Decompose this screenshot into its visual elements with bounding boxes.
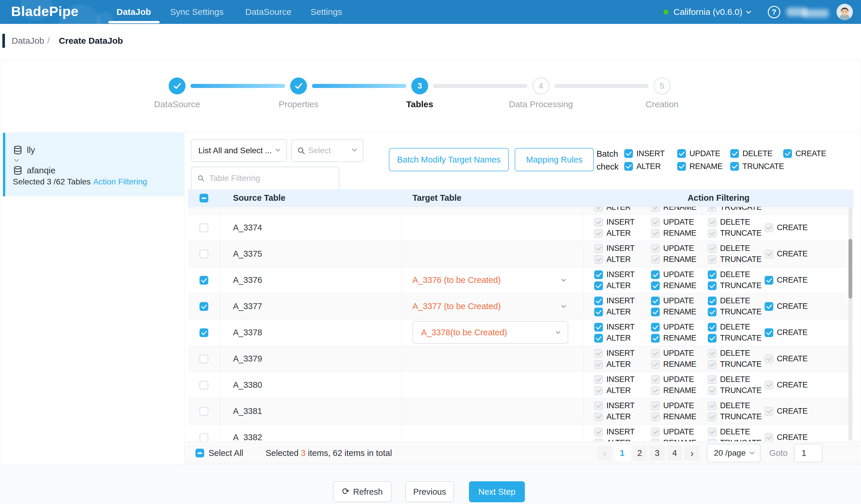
breadcrumb-section[interactable]: DataJob	[12, 34, 44, 48]
nav-item-settings[interactable]: Settings	[311, 0, 342, 24]
action-update-checkbox[interactable]	[651, 270, 660, 279]
pagination-page-2[interactable]: 2	[632, 446, 647, 461]
row-checkbox[interactable]	[200, 381, 208, 390]
action-insert-checkbox[interactable]	[594, 323, 603, 331]
action-insert-checkbox[interactable]	[594, 297, 603, 305]
pagination-prev-button[interactable]: ‹	[597, 446, 612, 461]
row-checkbox[interactable]	[200, 355, 208, 363]
action-create-checkbox	[765, 250, 773, 258]
action-create-label: CREATE	[777, 302, 808, 311]
action-alter-checkbox[interactable]	[594, 282, 603, 290]
action-create-checkbox[interactable]	[765, 276, 773, 285]
table-filter-input[interactable]	[209, 173, 333, 183]
row-checkbox[interactable]	[200, 250, 208, 258]
action-delete-checkbox	[708, 401, 716, 410]
batch-truncate-checkbox[interactable]	[730, 162, 739, 171]
action-alter-checkbox	[594, 412, 603, 421]
action-rename-label: RENAME	[663, 207, 696, 212]
pagination-page-1[interactable]: 1	[615, 446, 630, 461]
chevron-down-icon[interactable]	[744, 8, 753, 16]
database-icon	[13, 165, 23, 175]
selection-summary-text: Selected 3 items, 62 items in total	[265, 442, 392, 464]
table-row: A_3375INSERTALTERUPDATERENAMEDELETETRUNC…	[188, 241, 853, 267]
avatar[interactable]	[836, 4, 853, 20]
action-rename-checkbox[interactable]	[651, 308, 660, 316]
row-checkbox[interactable]	[200, 276, 208, 285]
batch-delete-checkbox[interactable]	[730, 149, 739, 158]
help-icon[interactable]: ?	[768, 6, 780, 18]
sidebar-source-row[interactable]: lly	[13, 145, 35, 155]
batch-rename-checkbox[interactable]	[677, 162, 686, 171]
action-insert-label: INSERT	[606, 296, 635, 305]
select-all-header-checkbox[interactable]	[200, 194, 208, 203]
action-alter-checkbox[interactable]	[594, 334, 603, 343]
pagination-next-button[interactable]: ›	[684, 446, 700, 461]
action-update-checkbox[interactable]	[651, 297, 660, 305]
cluster-selector[interactable]: California (v0.6.0)	[673, 0, 742, 24]
action-update-checkbox[interactable]	[651, 323, 660, 331]
sidebar-target-row[interactable]: afanqie	[13, 165, 55, 175]
target-table-name[interactable]: A_3377 (to be Created)	[412, 301, 501, 311]
pagination-page-4[interactable]: 4	[667, 446, 682, 461]
nav-item-datasource[interactable]: DataSource	[245, 0, 291, 24]
action-rename-label: RENAME	[663, 412, 696, 421]
nav-item-sync-settings[interactable]: Sync Settings	[170, 0, 223, 24]
page-size-select[interactable]: 20 /page	[707, 444, 761, 462]
source-table-name: A_3380	[233, 380, 262, 390]
action-truncate-checkbox[interactable]	[708, 334, 716, 343]
action-insert-checkbox[interactable]	[594, 270, 603, 279]
schema-select[interactable]: Select	[291, 139, 364, 162]
table-row: A_3380INSERTALTERUPDATERENAMEDELETETRUNC…	[188, 372, 853, 398]
pagination-page-3[interactable]: 3	[650, 446, 665, 461]
selected-count: 3	[301, 448, 305, 458]
batch-alter-checkbox[interactable]	[624, 162, 633, 171]
source-table-name: A_3375	[233, 249, 262, 259]
action-delete-checkbox[interactable]	[708, 297, 716, 305]
action-delete-checkbox[interactable]	[708, 270, 716, 279]
action-truncate-checkbox[interactable]	[708, 282, 716, 290]
batch-update-checkbox[interactable]	[677, 149, 686, 158]
action-insert-label: INSERT	[606, 270, 635, 279]
row-checkbox[interactable]	[200, 223, 208, 232]
list-mode-select[interactable]: List All and Select ...	[191, 139, 287, 162]
action-alter-checkbox[interactable]	[594, 308, 603, 316]
next-step-button[interactable]: Next Step	[469, 481, 525, 502]
action-insert-checkbox	[594, 375, 603, 384]
table-footer: Select All Selected 3 items, 62 items in…	[184, 441, 860, 464]
nav-item-datajob[interactable]: DataJob	[117, 0, 151, 24]
scrollbar-thumb[interactable]	[848, 239, 852, 299]
step-circle-datasource	[169, 78, 186, 94]
row-checkbox[interactable]	[200, 407, 208, 416]
action-update-checkbox	[651, 375, 660, 384]
action-delete-checkbox[interactable]	[708, 323, 716, 331]
action-create-checkbox[interactable]	[765, 328, 773, 337]
selection-summary: Selected 3 /62 Tables	[13, 177, 91, 187]
row-checkbox[interactable]	[200, 328, 208, 337]
row-checkbox[interactable]	[200, 433, 208, 442]
previous-button[interactable]: Previous	[405, 481, 454, 502]
mapping-rules-button[interactable]: Mapping Rules	[515, 148, 594, 171]
action-delete-checkbox	[708, 218, 716, 227]
goto-page-input[interactable]	[794, 444, 822, 462]
action-create-checkbox[interactable]	[765, 302, 773, 311]
action-truncate-checkbox[interactable]	[708, 308, 716, 316]
step-label-data-processing: Data Processing	[491, 99, 590, 109]
batch-modify-target-names-button[interactable]: Batch Modify Target Names	[389, 148, 509, 171]
batch-create-checkbox[interactable]	[783, 149, 792, 158]
vertical-scrollbar[interactable]	[848, 207, 852, 441]
action-rename-checkbox[interactable]	[651, 334, 660, 343]
sidebar-selected-pair[interactable]	[3, 133, 184, 196]
target-table-name[interactable]: A_3376 (to be Created)	[412, 275, 501, 285]
chevron-down-icon	[560, 303, 568, 310]
select-all-label[interactable]: Select All	[208, 442, 243, 464]
target-table-select[interactable]: A_3378(to be Created)	[412, 321, 568, 344]
action-filtering-link[interactable]: Action Filtering	[93, 177, 147, 187]
select-all-checkbox[interactable]	[195, 449, 204, 458]
action-create-checkbox	[765, 381, 773, 390]
step-label-creation: Creation	[613, 99, 712, 109]
refresh-button[interactable]: ⟳Refresh	[333, 481, 392, 502]
action-truncate-label: TRUNCATE	[720, 438, 762, 441]
action-rename-checkbox[interactable]	[651, 282, 660, 290]
batch-insert-checkbox[interactable]	[624, 149, 633, 158]
row-checkbox[interactable]	[200, 302, 208, 311]
